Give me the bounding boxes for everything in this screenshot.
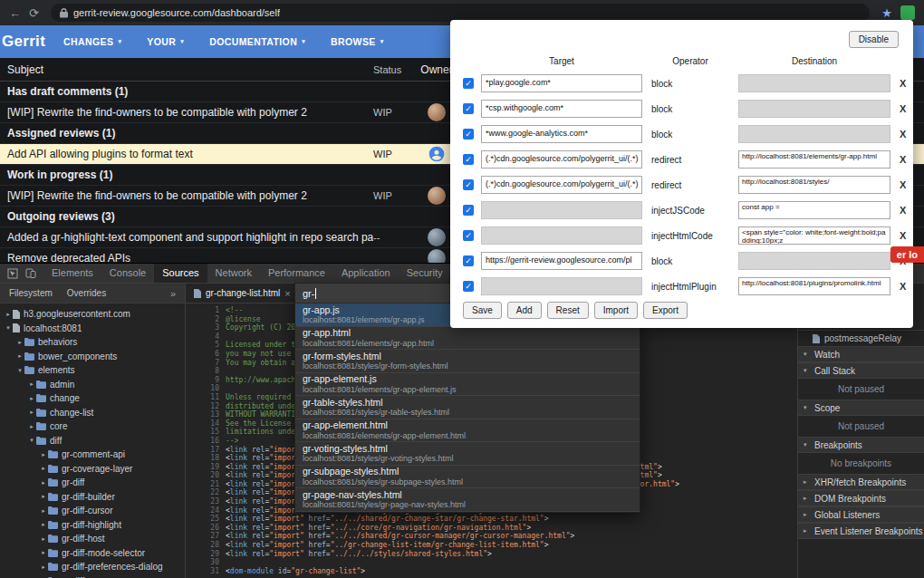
line-number[interactable]: 22 bbox=[186, 488, 226, 497]
rule-checkbox[interactable]: ✓ bbox=[463, 255, 474, 266]
line-number[interactable]: 2 bbox=[186, 315, 226, 324]
section-header-call-stack[interactable]: ▾Call Stack bbox=[798, 362, 924, 379]
rule-checkbox[interactable]: ✓ bbox=[463, 154, 474, 165]
rule-checkbox[interactable]: ✓ bbox=[463, 281, 474, 292]
rule-operator[interactable]: injectJSCode bbox=[650, 206, 731, 216]
tree-item[interactable]: ▸change bbox=[0, 391, 185, 406]
line-number[interactable]: 4 bbox=[186, 332, 226, 342]
tree-item[interactable]: ▸gr-diff-cursor bbox=[0, 504, 185, 518]
tree-item[interactable]: ▸gr-diff-processor bbox=[0, 574, 185, 578]
tree-item[interactable]: ▸h3.googleusercontent.com bbox=[0, 307, 185, 322]
rule-checkbox[interactable]: ✓ bbox=[463, 179, 474, 190]
line-number[interactable]: 26 bbox=[186, 524, 226, 533]
tab-network[interactable]: Network bbox=[207, 264, 260, 283]
rule-remove-button[interactable]: X bbox=[900, 205, 906, 216]
quick-open-result[interactable]: gr-voting-styles.htmllocalhost:8081/styl… bbox=[295, 442, 640, 466]
tree-item[interactable]: ▾localhost:8081 bbox=[0, 322, 185, 336]
tree-item[interactable]: ▸gr-diff-highlight bbox=[0, 518, 185, 533]
address-bar[interactable]: gerrit-review.googlesource.com/dashboard… bbox=[51, 4, 870, 22]
export-button[interactable]: Export bbox=[643, 302, 688, 319]
overflow-chevrons-icon[interactable]: » bbox=[170, 288, 176, 299]
tree-item[interactable]: ▸gr-diff-preferences-dialog bbox=[0, 560, 185, 574]
rule-target-input[interactable]: *www.google-analytics.com* bbox=[481, 125, 642, 143]
tab-console[interactable]: Console bbox=[101, 264, 154, 283]
line-number[interactable]: 14 bbox=[186, 419, 226, 429]
rule-destination-input[interactable] bbox=[738, 100, 890, 118]
add-button[interactable]: Add bbox=[507, 302, 542, 319]
rule-destination-input[interactable] bbox=[738, 125, 890, 143]
line-number[interactable]: 27 bbox=[186, 532, 226, 541]
line-number[interactable]: 15 bbox=[186, 428, 226, 437]
section-header-dom-breakpoints[interactable]: ▸DOM Breakpoints bbox=[798, 490, 924, 506]
import-button[interactable]: Import bbox=[594, 302, 638, 319]
tree-item[interactable]: ▸gr-coverage-layer bbox=[0, 462, 185, 477]
rule-remove-button[interactable]: X bbox=[900, 154, 906, 165]
line-number[interactable]: 29 bbox=[186, 550, 226, 559]
reload-icon[interactable]: ⟳ bbox=[29, 7, 39, 19]
line-number[interactable]: 10 bbox=[186, 384, 226, 393]
tree-item[interactable]: ▾diff bbox=[0, 434, 185, 448]
tree-item[interactable]: ▸bower_components bbox=[0, 350, 185, 364]
close-icon[interactable]: × bbox=[284, 288, 290, 299]
line-number[interactable]: 20 bbox=[186, 471, 226, 480]
rule-operator[interactable]: injectHtmlPlugin bbox=[650, 282, 731, 292]
rule-destination-input[interactable]: http://localhost:8081/plugins/promolink.… bbox=[738, 277, 890, 295]
rule-remove-button[interactable]: X bbox=[900, 129, 906, 140]
rule-remove-button[interactable]: X bbox=[900, 179, 906, 190]
rule-remove-button[interactable]: X bbox=[900, 230, 906, 241]
editor-tab[interactable]: gr-change-list.html × bbox=[186, 284, 300, 303]
rule-operator[interactable]: block bbox=[650, 256, 731, 266]
section-header-event-listener-breakpoints[interactable]: ▸Event Listener Breakpoints bbox=[798, 523, 924, 539]
tab-sources[interactable]: Sources bbox=[154, 264, 207, 283]
navigator-tab-overrides[interactable]: Overrides bbox=[67, 288, 106, 298]
rule-target-input[interactable]: (.*)cdn.googlesource.com/polygerrit_ui/(… bbox=[481, 150, 642, 169]
tree-item[interactable]: ▸change-list bbox=[0, 406, 185, 420]
tree-item[interactable]: ▸gr-diff bbox=[0, 476, 185, 490]
rule-operator[interactable]: injectHtmlCode bbox=[650, 231, 731, 241]
line-number[interactable]: 12 bbox=[186, 402, 226, 411]
thread-item[interactable]: postmessageRelay bbox=[798, 331, 924, 346]
tree-item[interactable]: ▸core bbox=[0, 419, 185, 434]
quick-open-result[interactable]: gr-app-element.jslocalhost:8081/elements… bbox=[295, 373, 640, 397]
line-number[interactable]: 7 bbox=[186, 359, 226, 368]
quick-open-result[interactable]: gr-form-styles.htmllocalhost:8081/styles… bbox=[295, 350, 640, 373]
rule-operator[interactable]: block bbox=[650, 79, 731, 89]
extension-icon[interactable] bbox=[900, 5, 915, 20]
reset-button[interactable]: Reset bbox=[547, 302, 589, 319]
navigator-tab-filesystem[interactable]: Filesystem bbox=[9, 288, 53, 298]
nav-item-your[interactable]: YOUR▾ bbox=[147, 36, 184, 47]
rule-target-input[interactable]: https://gerrit-review.googlesource.com/p… bbox=[481, 252, 642, 270]
line-number[interactable]: 17 bbox=[186, 446, 226, 455]
device-toolbar-icon[interactable] bbox=[25, 268, 36, 279]
line-number[interactable]: 8 bbox=[186, 367, 226, 376]
rule-destination-input[interactable]: http://localhost:8081/styles/ bbox=[738, 176, 890, 194]
rule-checkbox[interactable]: ✓ bbox=[463, 129, 474, 140]
rule-destination-input[interactable]: http://localhost:8081/elements/gr-app.ht… bbox=[738, 150, 890, 169]
rule-remove-button[interactable]: X bbox=[900, 103, 906, 114]
rule-operator[interactable]: redirect bbox=[650, 180, 731, 190]
rule-destination-input[interactable]: <span style="color: white;font-weight:bo… bbox=[738, 226, 890, 245]
nav-item-documentation[interactable]: DOCUMENTATION▾ bbox=[209, 36, 305, 47]
nav-item-changes[interactable]: CHANGES▾ bbox=[63, 36, 121, 47]
rule-target-input[interactable]: (.*)cdn.googlesource.com/polygerrit_ui/(… bbox=[481, 176, 642, 194]
rule-checkbox[interactable]: ✓ bbox=[463, 230, 474, 241]
line-number[interactable]: 19 bbox=[186, 463, 226, 472]
rule-destination-input[interactable] bbox=[738, 74, 890, 92]
rule-target-input[interactable] bbox=[481, 201, 642, 219]
line-number[interactable]: 16 bbox=[186, 437, 226, 446]
rule-target-input[interactable] bbox=[481, 226, 642, 245]
tree-item[interactable]: ▸gr-diff-mode-selector bbox=[0, 546, 185, 561]
line-number[interactable]: 5 bbox=[186, 341, 226, 350]
rule-target-input[interactable]: *play.google.com* bbox=[481, 74, 642, 92]
line-number[interactable]: 3 bbox=[186, 323, 226, 332]
rule-checkbox[interactable]: ✓ bbox=[463, 205, 474, 216]
rule-target-input[interactable]: *csp.withgoogle.com* bbox=[481, 100, 642, 118]
rule-destination-input[interactable] bbox=[738, 252, 890, 270]
quick-open-result[interactable]: gr-app-element.htmllocalhost:8081/elemen… bbox=[295, 419, 640, 443]
tab-security[interactable]: Security bbox=[399, 264, 451, 283]
rule-checkbox[interactable]: ✓ bbox=[463, 103, 474, 114]
section-header-global-listeners[interactable]: ▸Global Listeners bbox=[798, 506, 924, 523]
rule-operator[interactable]: block bbox=[650, 104, 731, 114]
tab-performance[interactable]: Performance bbox=[260, 264, 333, 283]
line-number[interactable]: 21 bbox=[186, 480, 226, 489]
